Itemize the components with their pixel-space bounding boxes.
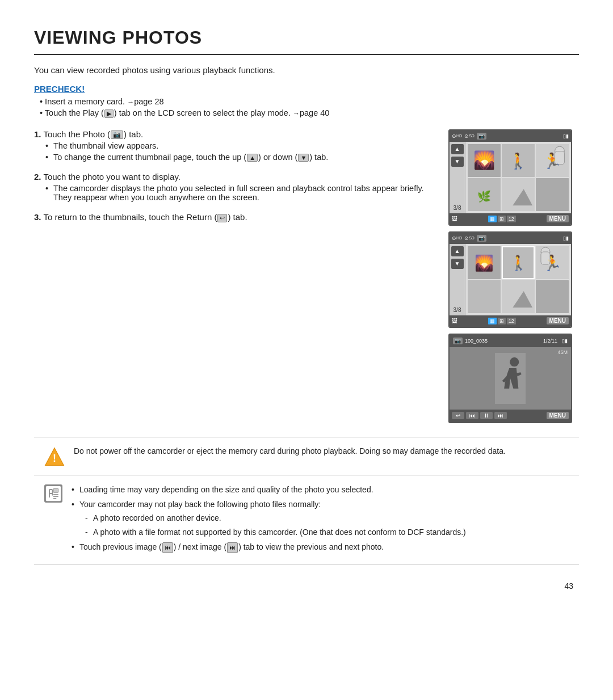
cam1-view-btns: ▦ ⊞ 12: [488, 216, 516, 222]
cam1-thumb-4: 🌿: [468, 178, 501, 211]
cam2-up-btn: ▲: [451, 246, 464, 256]
cam1-bottombar: 🖼 ▦ ⊞ 12 MENU: [450, 213, 571, 225]
cam2-thumb-1: 🌄: [468, 246, 501, 279]
cam3-battery: ▯▮: [562, 338, 568, 344]
step-3-title: 3. To return to the thumbnails, touch th…: [34, 212, 433, 222]
svg-rect-22: [536, 280, 569, 313]
svg-rect-24: [541, 252, 550, 264]
return-tab-icon: ↩: [217, 214, 227, 222]
prev-image-icon: ⏮: [162, 542, 173, 554]
step-1-bullets: The thumbnail view appears. To change th…: [45, 141, 433, 162]
cam2-bottombar: 🖼 ▦ ⊞ 12 MENU: [450, 315, 571, 327]
precheck-item-2: Touch the Play (▶) tab on the LCD screen…: [40, 108, 579, 118]
play-icon: ▶: [104, 109, 114, 118]
warning-text: Do not power off the camcorder or eject …: [74, 445, 506, 457]
step-2-bullet-1: The camcorder displays the photo you sel…: [45, 184, 433, 202]
cam1-sd-icon: ⊙SD: [464, 133, 475, 139]
warning-box: ! Do not power off the camcorder or ejec…: [34, 437, 579, 475]
cam2-grid-container: 🌄 🚶 🏃: [465, 244, 571, 315]
camera-screen-2: ⊙HD ⊙SD 📷 ▯▮ ▲ ▼ 3/8 🌄: [448, 231, 572, 328]
cam1-img-icon: 🖼: [452, 216, 457, 222]
cam2-sidebar: ▲ ▼ 3/8: [450, 244, 465, 315]
touch-finger-2: [537, 246, 554, 268]
cam1-view-btn-3: 12: [507, 216, 516, 222]
cam3-bottombar: ↩ ⏮ ⏸ ⏭ MENU: [450, 410, 571, 422]
step-2-title: 2. Touch the photo you want to display.: [34, 172, 433, 182]
precheck-label: PRECHECK!: [34, 84, 579, 94]
step-3-number: 3.: [34, 212, 41, 222]
photo-tab-icon: 📷: [111, 130, 123, 139]
touch-finger-1: [551, 145, 569, 168]
cam2-view-btns: ▦ ⊞ 12: [488, 318, 516, 324]
cam1-thumb-6: [536, 178, 569, 211]
svg-text:🚶: 🚶: [509, 151, 528, 170]
cam3-prev-btn: ⏮: [466, 412, 478, 419]
svg-rect-29: [45, 486, 61, 501]
svg-text:🌿: 🌿: [477, 189, 492, 203]
note-list: Loading time may vary depending on the s…: [72, 483, 466, 554]
cam3-date: 1/2/11: [543, 338, 557, 344]
svg-text:🌄: 🌄: [473, 149, 496, 170]
cam2-body: ▲ ▼ 3/8 🌄 🚶 🏃: [450, 244, 571, 315]
svg-rect-20: [502, 280, 535, 313]
cam1-thumb-1: 🌄: [468, 144, 501, 177]
cam1-down-btn: ▼: [451, 157, 464, 167]
cam3-play-btn: ⏸: [480, 412, 493, 419]
step-1-bullet-1: The thumbnail view appears.: [45, 141, 433, 150]
cam2-photo-icon: 📷: [477, 235, 486, 242]
cam3-return-btn: ↩: [452, 412, 464, 419]
cam2-battery: ▯▮: [563, 235, 569, 241]
cam1-body: ▲ ▼ 3/8 🌄 🚶 🏃: [450, 142, 571, 213]
cam1-grid-container: 🌄 🚶 🏃 🌿: [465, 142, 571, 213]
cam1-up-btn: ▲: [451, 144, 464, 154]
note-box: Loading time may vary depending on the s…: [34, 475, 579, 564]
cam2-down-btn: ▼: [451, 259, 464, 269]
camera-screen-1: ⊙HD ⊙SD 📷 ▯▮ ▲ ▼ 3/8 🌄: [448, 129, 572, 226]
cam3-resolution: 45M: [557, 349, 568, 355]
note-item-3: Touch previous image (⏮) / next image (⏭…: [72, 541, 466, 553]
main-content-area: 1. Touch the Photo (📷) tab. The thumbnai…: [34, 129, 579, 423]
cam3-photo-icon: 📷: [453, 338, 463, 344]
steps-column: 1. Touch the Photo (📷) tab. The thumbnai…: [34, 129, 433, 233]
cam1-battery-icon: ▯▮: [563, 133, 569, 139]
cam1-battery: ▯▮: [563, 133, 569, 139]
cam2-thumb-5: [502, 280, 535, 313]
camera-screen-3: 📷 100_0035 1/2/11 ▯▮ 45M ↩ ⏮: [448, 334, 572, 423]
precheck-item-1: Insert a memory card. →page 28: [40, 97, 579, 106]
cam1-sidebar: ▲ ▼ 3/8: [450, 142, 465, 213]
cam1-counter: 3/8: [454, 205, 461, 211]
down-tab-icon: ▼: [298, 154, 309, 162]
cam3-next-btn: ⏭: [494, 412, 507, 419]
svg-rect-12: [555, 151, 565, 164]
svg-text:🚶: 🚶: [510, 254, 528, 272]
cam2-thumb-4: [468, 280, 501, 313]
step-1-bullet-2: To change the current thumbnail page, to…: [45, 153, 433, 162]
cam1-topbar: ⊙HD ⊙SD 📷 ▯▮: [450, 130, 571, 142]
cam2-hd-icon: ⊙HD: [452, 235, 462, 241]
cam1-photo-icon: 📷: [477, 133, 486, 140]
precheck-list: Insert a memory card. →page 28 Touch the…: [40, 97, 579, 118]
step-2: 2. Touch the photo you want to display. …: [34, 172, 433, 202]
cam2-counter: 3/8: [454, 307, 461, 313]
svg-rect-8: [502, 178, 535, 211]
note-sub-1: A photo recorded on another device.: [85, 512, 466, 524]
page-number: 43: [34, 581, 579, 591]
cam3-topbar: 📷 100_0035 1/2/11 ▯▮: [450, 335, 571, 347]
cam2-thumb-6: [536, 280, 569, 313]
page-title: VIEWING PHOTOS: [34, 27, 579, 55]
warning-icon: !: [44, 446, 65, 467]
cam3-filename: 100_0035: [465, 338, 488, 344]
cam2-img-icon: 🖼: [452, 318, 457, 324]
cam3-menu-btn: MENU: [547, 412, 569, 419]
cam1-view-btn-2: ⊞: [498, 216, 506, 222]
cam1-view-btn-1: ▦: [488, 216, 497, 222]
cam2-topbar: ⊙HD ⊙SD 📷 ▯▮: [450, 233, 571, 244]
cam1-hd-icon: ⊙HD: [452, 133, 462, 139]
note-item-1: Loading time may vary depending on the s…: [72, 483, 466, 496]
cam1-thumb-5: [502, 178, 535, 211]
cam2-view-btn-2: ⊞: [498, 318, 506, 324]
camera-screens-column: ⊙HD ⊙SD 📷 ▯▮ ▲ ▼ 3/8 🌄: [448, 129, 579, 423]
step-1-title: 1. Touch the Photo (📷) tab.: [34, 129, 433, 140]
svg-rect-10: [536, 178, 569, 211]
cam2-grid: 🌄 🚶 🏃: [465, 244, 571, 315]
